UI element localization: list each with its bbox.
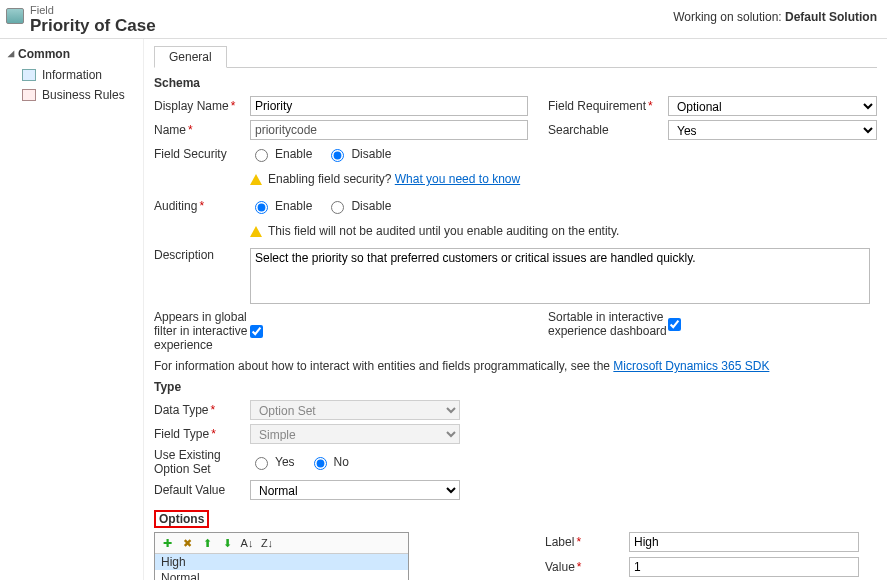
option-delete-button[interactable]: ✖: [180, 536, 194, 550]
radio-existing-yes[interactable]: Yes: [250, 454, 295, 470]
warning-icon: [250, 174, 262, 185]
label-description: Description: [154, 248, 250, 262]
checkbox-sortable-dashboard[interactable]: [668, 318, 681, 331]
sidebar-group-common[interactable]: Common: [6, 45, 143, 65]
sidebar-item-information[interactable]: Information: [6, 65, 143, 85]
option-move-up-button[interactable]: ⬆: [200, 536, 214, 550]
tab-general[interactable]: General: [154, 46, 227, 68]
label-field-security: Field Security: [154, 147, 250, 161]
section-schema: Schema: [154, 76, 877, 90]
textarea-description[interactable]: Select the priority so that preferred cu…: [250, 248, 870, 304]
input-option-value[interactable]: [629, 557, 859, 577]
input-display-name[interactable]: [250, 96, 528, 116]
checkbox-global-filter[interactable]: [250, 325, 263, 338]
select-field-requirement[interactable]: Optional: [668, 96, 877, 116]
label-global-filter: Appears in global filter in interactive …: [154, 310, 250, 352]
radio-fs-enable[interactable]: Enable: [250, 146, 312, 162]
label-option-value: Value: [545, 560, 629, 574]
option-sort-desc-button[interactable]: Z↓: [260, 536, 274, 550]
option-add-button[interactable]: ✚: [160, 536, 174, 550]
solution-context: Working on solution: Default Solution: [673, 10, 877, 24]
input-name: [250, 120, 528, 140]
tab-strip: General: [154, 45, 877, 68]
label-name: Name: [154, 123, 250, 137]
field-icon: [6, 8, 24, 24]
field-security-warning: Enabling field security? What you need t…: [268, 172, 520, 186]
select-field-type: Simple: [250, 424, 460, 444]
option-move-down-button[interactable]: ⬇: [220, 536, 234, 550]
option-item[interactable]: High: [155, 554, 408, 570]
label-use-existing: Use Existing Option Set: [154, 448, 250, 476]
radio-fs-disable[interactable]: Disable: [326, 146, 391, 162]
label-field-type: Field Type: [154, 427, 250, 441]
label-auditing: Auditing: [154, 199, 250, 213]
sidebar-item-business-rules[interactable]: Business Rules: [6, 85, 143, 105]
business-rules-icon: [22, 89, 36, 101]
title-bar: Field Priority of Case Working on soluti…: [0, 0, 887, 39]
label-sortable-dashboard: Sortable in interactive experience dashb…: [548, 310, 668, 338]
entity-type-label: Field: [30, 4, 156, 16]
form-icon: [22, 69, 36, 81]
auditing-warning: This field will not be audited until you…: [268, 224, 619, 238]
options-pane: ✚ ✖ ⬆ ⬇ A↓ Z↓ High Normal Low Critical: [154, 532, 409, 580]
label-data-type: Data Type: [154, 403, 250, 417]
select-searchable[interactable]: Yes: [668, 120, 877, 140]
radio-audit-disable[interactable]: Disable: [326, 198, 391, 214]
label-option-label: Label: [545, 535, 629, 549]
link-fs-what-you-need[interactable]: What you need to know: [395, 172, 520, 186]
label-default-value: Default Value: [154, 483, 250, 497]
option-sort-asc-button[interactable]: A↓: [240, 536, 254, 550]
warning-icon: [250, 226, 262, 237]
label-display-name: Display Name: [154, 99, 250, 113]
section-options: Options: [154, 510, 209, 528]
input-option-label[interactable]: [629, 532, 859, 552]
radio-existing-no[interactable]: No: [309, 454, 349, 470]
section-type: Type: [154, 380, 877, 394]
select-data-type: Option Set: [250, 400, 460, 420]
label-field-requirement: Field Requirement: [548, 99, 668, 113]
link-dynamics-sdk[interactable]: Microsoft Dynamics 365 SDK: [613, 359, 769, 373]
radio-audit-enable[interactable]: Enable: [250, 198, 312, 214]
options-list[interactable]: High Normal Low Critical: [155, 554, 408, 580]
label-searchable: Searchable: [548, 123, 668, 137]
option-item[interactable]: Normal: [155, 570, 408, 580]
main-content: General Schema Display Name Field Requir…: [144, 39, 887, 580]
sidebar-nav: Common Information Business Rules: [0, 39, 144, 580]
page-title: Priority of Case: [30, 16, 156, 36]
select-default-value[interactable]: Normal: [250, 480, 460, 500]
sdk-info: For information about how to interact wi…: [154, 356, 877, 376]
